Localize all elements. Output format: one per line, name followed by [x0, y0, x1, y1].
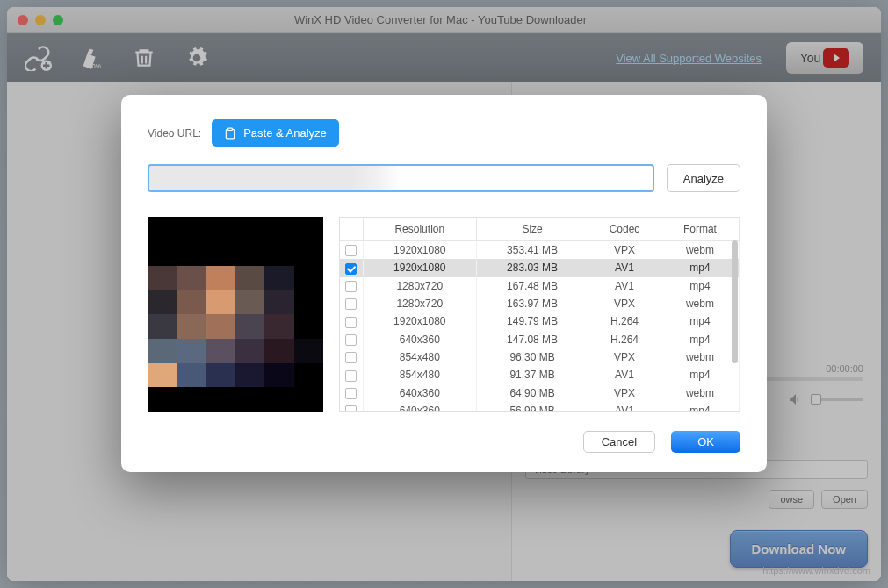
col-resolution: Resolution — [363, 218, 477, 241]
cell-size: 147.08 MB — [477, 331, 588, 348]
format-row[interactable]: 1280x720167.48 MBAV1mp4 — [340, 277, 740, 295]
formats-table: Resolution Size Codec Format 1920x108035… — [339, 217, 740, 412]
cell-size: 149.79 MB — [477, 312, 588, 330]
video-thumbnail — [148, 217, 323, 412]
cell-resolution: 640x360 — [363, 402, 477, 411]
cancel-button[interactable]: Cancel — [583, 431, 655, 453]
cell-resolution: 854x480 — [363, 348, 477, 366]
format-row[interactable]: 1920x1080353.41 MBVPXwebm — [340, 241, 740, 260]
paste-analyze-button[interactable]: Paste & Analyze — [212, 119, 339, 147]
row-checkbox[interactable] — [345, 388, 357, 399]
video-url-label: Video URL: — [148, 127, 201, 140]
row-checkbox[interactable] — [345, 370, 357, 382]
cell-codec: VPX — [588, 295, 661, 312]
cell-codec: H.264 — [588, 331, 661, 348]
row-checkbox[interactable] — [345, 317, 357, 328]
cell-format: mp4 — [661, 366, 739, 384]
cell-resolution: 1920x1080 — [363, 241, 477, 260]
cell-format: mp4 — [661, 331, 739, 348]
analyze-modal: Video URL: Paste & Analyze Analyze — [121, 95, 767, 472]
cell-codec: VPX — [588, 348, 661, 366]
format-row[interactable]: 854x48096.30 MBVPXwebm — [340, 348, 740, 366]
url-input[interactable] — [148, 164, 654, 192]
row-checkbox[interactable] — [345, 281, 357, 292]
cell-codec: VPX — [588, 241, 661, 260]
cell-format: webm — [661, 241, 739, 260]
format-row[interactable]: 1280x720163.97 MBVPXwebm — [340, 295, 740, 312]
analyze-button[interactable]: Analyze — [667, 164, 740, 192]
row-checkbox[interactable] — [345, 334, 357, 346]
row-checkbox[interactable] — [345, 405, 357, 411]
cell-resolution: 1280x720 — [363, 295, 477, 312]
cell-resolution: 640x360 — [363, 384, 477, 402]
format-row[interactable]: 1920x1080283.03 MBAV1mp4 — [340, 259, 740, 276]
table-scrollbar[interactable] — [732, 240, 738, 363]
cell-size: 96.30 MB — [477, 348, 588, 366]
cell-format: mp4 — [661, 402, 739, 411]
cell-size: 91.37 MB — [477, 366, 588, 384]
cell-size: 283.03 MB — [477, 259, 588, 276]
row-checkbox[interactable] — [345, 263, 357, 275]
cell-size: 163.97 MB — [477, 295, 588, 312]
cell-codec: VPX — [588, 384, 661, 402]
cell-codec: H.264 — [588, 312, 661, 330]
col-codec: Codec — [588, 218, 661, 241]
cell-resolution: 1280x720 — [363, 277, 477, 295]
cell-resolution: 1920x1080 — [363, 312, 477, 330]
format-row[interactable]: 640x36064.90 MBVPXwebm — [340, 384, 740, 402]
cell-resolution: 1920x1080 — [363, 259, 477, 276]
cell-size: 56.99 MB — [477, 402, 588, 411]
paste-analyze-label: Paste & Analyze — [243, 126, 327, 140]
modal-overlay: Video URL: Paste & Analyze Analyze — [0, 0, 888, 588]
cell-codec: AV1 — [588, 366, 661, 384]
cell-format: mp4 — [661, 277, 739, 295]
format-row[interactable]: 640x360147.08 MBH.264mp4 — [340, 331, 740, 348]
cell-format: webm — [661, 384, 739, 402]
cell-codec: AV1 — [588, 277, 661, 295]
row-checkbox[interactable] — [345, 298, 357, 310]
col-format: Format — [661, 218, 739, 241]
cell-resolution: 640x360 — [363, 331, 477, 348]
cell-format: webm — [661, 348, 739, 366]
row-checkbox[interactable] — [345, 352, 357, 363]
ok-button[interactable]: OK — [671, 431, 740, 453]
format-row[interactable]: 854x48091.37 MBAV1mp4 — [340, 366, 740, 384]
cell-size: 167.48 MB — [477, 277, 588, 295]
format-row[interactable]: 1920x1080149.79 MBH.264mp4 — [340, 312, 740, 330]
row-checkbox[interactable] — [345, 245, 357, 256]
format-row[interactable]: 640x36056.99 MBAV1mp4 — [340, 402, 740, 411]
cell-size: 64.90 MB — [477, 384, 588, 402]
col-size: Size — [477, 218, 588, 241]
cell-size: 353.41 MB — [477, 241, 588, 260]
cell-codec: AV1 — [588, 402, 661, 411]
cell-format: mp4 — [661, 259, 739, 276]
cell-codec: AV1 — [588, 259, 661, 276]
cell-format: mp4 — [661, 312, 739, 330]
cell-resolution: 854x480 — [363, 366, 477, 384]
cell-format: webm — [661, 295, 739, 312]
clipboard-icon — [224, 127, 236, 140]
